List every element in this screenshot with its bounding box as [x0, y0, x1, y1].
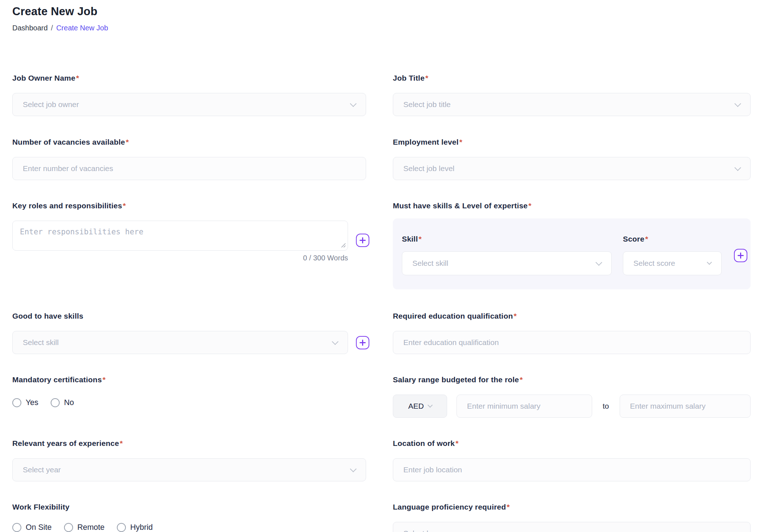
field-experience: Relevant years of experience* Select yea…: [12, 439, 366, 481]
languages-select[interactable]: Select languages: [393, 522, 751, 532]
radio-button: [64, 523, 73, 532]
education-label: Required education qualification*: [393, 311, 751, 321]
add-skill-button[interactable]: [734, 249, 747, 262]
employment-level-label: Employment level*: [393, 137, 751, 147]
employment-level-select[interactable]: Select job level: [393, 157, 751, 180]
must-have-skills-panel: Skill* Select skill Score* Select score: [393, 218, 751, 289]
languages-placeholder: Select languages: [403, 529, 462, 532]
responsibilities-textarea[interactable]: [12, 221, 348, 251]
field-education: Required education qualification*: [393, 311, 751, 354]
plus-icon: [360, 340, 366, 346]
field-employment-level: Employment level* Select job level: [393, 137, 751, 180]
required-asterisk: *: [123, 201, 126, 210]
chevron-down-icon: [707, 260, 712, 265]
chevron-down-icon: [734, 100, 741, 107]
chevron-down-icon: [595, 259, 602, 265]
skill-placeholder: Select skill: [412, 259, 448, 268]
field-location: Location of work*: [393, 439, 751, 481]
must-have-skills-label: Must have skills & Level of expertise*: [393, 201, 751, 210]
add-good-skill-button[interactable]: [356, 336, 369, 349]
field-languages: Language proficiency required* Select la…: [393, 502, 751, 532]
required-asterisk: *: [645, 235, 648, 243]
field-good-to-have: Good to have skills Select skill: [12, 311, 366, 354]
required-asterisk: *: [507, 503, 510, 511]
job-owner-select[interactable]: Select job owner: [12, 93, 366, 116]
chevron-down-icon: [332, 338, 338, 345]
good-to-have-label: Good to have skills: [12, 311, 366, 321]
radio-button: [12, 523, 21, 532]
education-input[interactable]: [393, 331, 751, 354]
field-job-owner: Job Owner Name* Select job owner: [12, 73, 366, 116]
score-label: Score*: [623, 234, 722, 244]
field-work-flexibility: Work Flexibility On Site Remote Hybrid: [12, 502, 366, 532]
max-salary-input[interactable]: [620, 395, 751, 418]
job-owner-label: Job Owner Name*: [12, 73, 366, 83]
required-asterisk: *: [425, 74, 428, 82]
field-salary-range: Salary range budgeted for the role* AED …: [393, 375, 751, 418]
job-title-select[interactable]: Select job title: [393, 93, 751, 116]
field-must-have-skills: Must have skills & Level of expertise* S…: [393, 201, 751, 289]
score-placeholder: Select score: [633, 259, 675, 268]
responsibilities-label: Key roles and responsibilities*: [12, 201, 366, 210]
required-asterisk: *: [514, 312, 517, 320]
radio-option-remote[interactable]: Remote: [64, 523, 105, 532]
field-job-title: Job Title* Select job title: [393, 73, 751, 116]
required-asterisk: *: [126, 138, 129, 146]
skill-label: Skill*: [402, 234, 612, 244]
radio-option-yes[interactable]: Yes: [12, 398, 38, 407]
radio-option-on-site[interactable]: On Site: [12, 523, 52, 532]
radio-label: No: [64, 398, 74, 407]
radio-option-hybrid[interactable]: Hybrid: [117, 523, 153, 532]
required-asterisk: *: [520, 375, 523, 384]
job-title-placeholder: Select job title: [403, 100, 451, 109]
breadcrumb: Dashboard / Create New Job: [12, 24, 108, 32]
chevron-down-icon: [350, 100, 356, 107]
job-owner-placeholder: Select job owner: [23, 100, 79, 109]
radio-label: On Site: [26, 523, 52, 532]
experience-label: Relevant years of experience*: [12, 439, 366, 448]
field-certifications: Mandatory certifications* Yes No: [12, 375, 366, 407]
required-asterisk: *: [419, 235, 421, 243]
page-title: Create New Job: [12, 5, 97, 18]
resize-handle-icon[interactable]: [341, 243, 346, 248]
required-asterisk: *: [459, 138, 462, 146]
breadcrumb-current: Create New Job: [56, 24, 108, 32]
location-label: Location of work*: [393, 439, 751, 448]
add-responsibility-button[interactable]: [356, 234, 369, 247]
required-asterisk: *: [76, 74, 79, 82]
skill-select[interactable]: Select skill: [402, 251, 612, 275]
plus-icon: [738, 252, 744, 259]
min-salary-input[interactable]: [457, 395, 592, 418]
location-input[interactable]: [393, 458, 751, 481]
good-to-have-select[interactable]: Select skill: [12, 331, 348, 354]
score-column: Score* Select score: [623, 234, 722, 275]
score-select[interactable]: Select score: [623, 251, 722, 275]
chevron-down-icon: [734, 529, 741, 532]
vacancies-label: Number of vacancies available*: [12, 137, 366, 147]
work-flexibility-radio-group: On Site Remote Hybrid: [12, 523, 366, 532]
required-asterisk: *: [528, 201, 531, 210]
radio-label: Yes: [26, 398, 38, 407]
employment-level-placeholder: Select job level: [403, 164, 454, 173]
work-flexibility-label: Work Flexibility: [12, 502, 366, 512]
plus-icon: [360, 237, 366, 243]
currency-value: AED: [408, 402, 424, 410]
field-responsibilities: Key roles and responsibilities* 0 / 300 …: [12, 201, 366, 262]
vacancies-input[interactable]: [12, 157, 366, 180]
to-label: to: [603, 402, 609, 410]
create-new-job-page: Create New Job Dashboard / Create New Jo…: [0, 0, 760, 532]
languages-label: Language proficiency required*: [393, 502, 751, 512]
required-asterisk: *: [103, 375, 106, 384]
good-to-have-placeholder: Select skill: [23, 338, 59, 347]
experience-placeholder: Select year: [23, 465, 61, 474]
radio-option-no[interactable]: No: [51, 398, 74, 407]
salary-row: AED to: [393, 395, 751, 418]
certifications-label: Mandatory certifications*: [12, 375, 366, 384]
job-title-label: Job Title*: [393, 73, 751, 83]
radio-button: [12, 398, 21, 407]
radio-button: [51, 398, 60, 407]
breadcrumb-dashboard-link[interactable]: Dashboard: [12, 24, 48, 32]
currency-select[interactable]: AED: [393, 395, 447, 418]
breadcrumb-separator: /: [51, 24, 53, 32]
experience-select[interactable]: Select year: [12, 458, 366, 481]
